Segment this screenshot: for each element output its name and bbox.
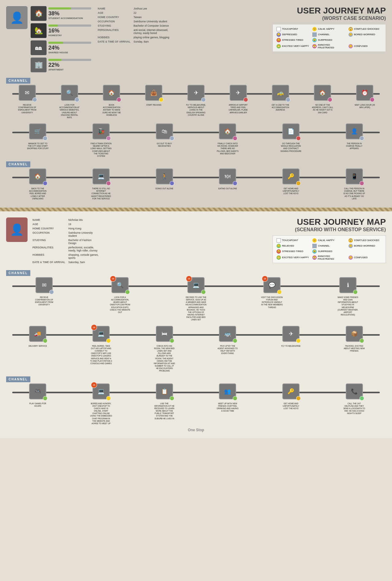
persona1-field-row: NAMEJoshua Lee	[96, 7, 175, 10]
persona2-field-row: HOBBIESshopping, console games, sports	[31, 253, 100, 260]
title-legend-area: USER JOURNEY MAP (WORST CASE SCENARIO) T…	[179, 6, 386, 52]
journey-step: 👜START PACKING	[133, 85, 175, 106]
emotion-badge	[243, 97, 248, 102]
step-caption: START PACKING	[143, 104, 165, 106]
stat-label-2: HOMESTAY	[48, 34, 91, 37]
emotion-badge	[43, 136, 47, 141]
journey-row-1: ✉RECEIVE CONFIRMATION OF ENROLMENT FROM …	[6, 85, 386, 119]
emotion-badge	[75, 97, 79, 102]
persona1-field-row: DATE & TIME OF ARRIVALSunday, 8am	[96, 40, 175, 43]
journey-step: 🏠FINALLY CHECK INTO HIS ROOM, HOWEVER TH…	[196, 123, 259, 155]
emotion-badge	[106, 396, 111, 401]
journey-step: ✉RECEIVE CONFIRMATION OF ENROLMENT FROM …	[6, 85, 48, 114]
map-subtitle-1: (WORST CASE SCENARIO)	[179, 16, 386, 21]
step-caption: CALL THE PERSON IN CHARGE, BUT THERE IS …	[343, 187, 365, 200]
step-caption: MANAGE TO GET TO THE CITY AND START SHOP…	[27, 142, 49, 150]
emotion-badge	[360, 136, 364, 141]
journey-step: 🔍1SLOOK FOR A ACCOMMODATION, HEARD ABOUT…	[82, 277, 158, 314]
persona1-field-row: OCCUPATIONSwinburne University student	[96, 20, 175, 23]
step-caption: GOING OUT ALONE	[153, 187, 175, 190]
journey-step: 🔍LOOK FOR ACCOMMODATION AT VARIOUS WEBSI…	[48, 85, 91, 119]
step-caption: NO ONE AT THE ADDRESS, CAN'T CALL AS HE …	[311, 104, 334, 114]
journey-step: 🛍GO OUT TO BUY NECESSITIES	[133, 123, 196, 147]
step-caption: THERE IS STILL NO INTERNET CONNECTION AS…	[90, 187, 112, 200]
emotion-badge	[32, 97, 37, 102]
emotion-badge	[296, 136, 301, 141]
step-caption: LOOK FOR ACCOMMODATION AT VARIOUS WEBSIT…	[58, 104, 81, 119]
journey-step: 💻1SDECIDED TO USE THE SERVICE, SIGN UP A…	[158, 277, 234, 321]
legend-confused: 😕 CONFUSED	[349, 43, 382, 49]
emotion-badge	[370, 97, 375, 102]
journey-step: ✈FLY TO MELBOURNE	[259, 326, 323, 347]
channel-bar-s2-1: CHANNEL	[6, 270, 30, 276]
emotion-badge	[328, 97, 332, 102]
legend-startled: 😱 STARTLED SHOCKED	[349, 27, 382, 31]
persona-left-2: 👤 NAMENicholas WuAGE19HOME COUNTRYHong K…	[6, 217, 101, 265]
emotion-badge	[170, 396, 174, 401]
emotion-badge	[360, 181, 364, 186]
step-caption: USE THE INFORMATION KIT HE RECEIVED TO L…	[153, 402, 175, 420]
apartment-icon: 🏢	[31, 58, 47, 72]
shared-icon: 🏘	[31, 40, 47, 55]
onestop-badge: 1S	[91, 382, 97, 388]
persona1-field-row: STUDYINGBachelor of Computer Science	[96, 24, 175, 28]
journey-step: 📱CALL THE PERSON IN CHARGE, BUT THERE IS…	[322, 168, 386, 200]
persona2-field-row: HOME COUNTRYHong Kong	[31, 227, 100, 230]
onestop-badge: 1S	[262, 276, 268, 282]
emotion-badge	[106, 181, 111, 186]
persona1-field-row: PERSONALITIESanti-social, internet-obses…	[96, 28, 175, 35]
emotion-badge	[201, 97, 206, 102]
step-caption: BORED AND HUNGRY, VISIT ONESTOP TO CHECK…	[90, 402, 112, 425]
stat-percent-1: 38%	[48, 10, 91, 17]
emotion-badge	[233, 338, 237, 343]
step-caption: CHECK INTO HIS ROOM, THE NEW BED LINEN S…	[153, 345, 175, 372]
emotion-badge	[106, 136, 111, 141]
legend-excited: 😁 EXCITED VERY HAPPY	[277, 43, 310, 49]
legend-channel: CHANNEL	[312, 32, 346, 37]
s2-journey-row-3: 🎮PLAY GAMES FOR HOURS💻1SBORED AND HUNGRY…	[6, 383, 386, 425]
legend-touchpoint: TOUCHPOINT	[277, 27, 310, 31]
journey-step: 🎮PLAY GAMES FOR HOURS	[6, 383, 70, 407]
onestop-badge: 1S	[186, 276, 192, 282]
persona2-field-row: OCCUPATIONSwinburne University student	[31, 231, 100, 238]
journey-step: 🔑GET HOME AND UNFORTUNATELY LOST THE KEY…	[259, 168, 323, 195]
stat-row-homestay: 🏡 16% HOMESTAY	[31, 23, 91, 38]
step-caption: DELIVERY SERVICE	[27, 345, 49, 347]
persona2-field-row: NAMENicholas Wu	[31, 218, 100, 222]
journey-step: 🏠BACK TO THE ACCOMMODATION FEEL BORED AN…	[6, 168, 70, 200]
journey-step: 🏠NO ONE AT THE ADDRESS, CAN'T CALL AS HE…	[301, 85, 344, 114]
step-caption: PACKING, EXCITED ABOUT MEETING NEW FRIEN…	[343, 345, 365, 353]
emotion-badge	[117, 97, 121, 102]
step-caption: DECIDED TO USE THE SERVICE, SIGN UP AS A…	[185, 296, 207, 321]
persona2-field-row: AGE19	[31, 222, 100, 226]
onestop-badge: 1S	[91, 324, 97, 330]
stat-percent-3: 24%	[48, 45, 91, 51]
legend-calm: 😊 CALM, HAPPY	[312, 27, 346, 31]
journey-row-3: 🏠BACK TO THE ACCOMMODATION FEEL BORED AN…	[6, 168, 386, 200]
legend-annoyed: 😤 ANNOYED FRUSTRATED	[312, 43, 346, 49]
step-caption: ARRIVE AT AIRPORT TIRED AND FEEL UNFAMIL…	[227, 104, 249, 114]
journey-step: 🍽EATING OUT ALONE	[196, 168, 259, 190]
journey-step: 🛒MANAGE TO GET TO THE CITY AND START SHO…	[6, 123, 70, 150]
persona1-field-row: HOBBIESplaying online games, blogging	[96, 36, 175, 39]
step-caption: FIND A TRAIN STATION NEARBY AFTER A LONG…	[90, 142, 112, 157]
journey-step: 🚕GET A CAB TO THE ACCOMMODATION ADDRESS	[259, 85, 302, 111]
stat-percent-4: 22%	[48, 62, 91, 68]
channel-bar-2: CHANNEL	[6, 161, 30, 167]
persona1-field-row: HOME COUNTRYTaiwan	[96, 15, 175, 19]
emotion-badge	[170, 136, 174, 141]
journey-step: 📦PACKING, EXCITED ABOUT MEETING NEW FRIE…	[322, 326, 386, 353]
emotion-badge	[286, 97, 290, 102]
journey-step: 💬1SVISIT THE DISCUSSION FORUM AND INTROD…	[234, 277, 310, 309]
emotion-badge	[353, 290, 358, 294]
emotion-badge	[296, 396, 301, 401]
emotion-badge	[360, 396, 364, 401]
map-subtitle-2: (SCENARIO WITH ONESTOP SERVICE)	[104, 227, 386, 232]
step-caption: THE PERSON IN CHARGE FINALLY APPEARS	[343, 142, 365, 150]
persona-left: 👤 🏠 38% STUDENT ACCOMMODATION 🏡	[6, 6, 91, 72]
step-caption: WAIT LONG HOUR (45 MIN LATER)	[354, 104, 376, 109]
emotion-badge	[233, 136, 237, 141]
legend-stressed: 😣 STRESSED TIRED	[277, 38, 310, 42]
emotion-badge	[159, 97, 164, 102]
legend-depressed-leg: 😞 DEPRESSED	[277, 32, 310, 37]
